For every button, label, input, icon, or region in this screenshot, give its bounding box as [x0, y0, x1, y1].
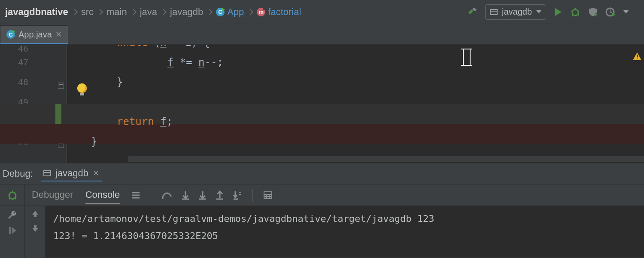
- debug-session-tab[interactable]: javagdb ✕: [41, 166, 102, 181]
- run-dropdown-icon[interactable]: [623, 10, 629, 13]
- breadcrumb-method[interactable]: m factorial: [254, 6, 304, 18]
- svg-line-8: [577, 14, 579, 15]
- run-button[interactable]: [554, 7, 562, 17]
- debug-title: Debug:: [3, 168, 33, 179]
- line-number[interactable]: 47: [0, 52, 55, 72]
- svg-rect-0: [472, 7, 477, 12]
- breadcrumb: javagdbnative src main java javagdb C Ap…: [3, 6, 467, 18]
- run-to-cursor-icon[interactable]: [233, 190, 242, 200]
- close-icon[interactable]: ✕: [93, 169, 99, 178]
- chevron-right-icon: [161, 8, 166, 16]
- svg-rect-1: [490, 9, 497, 15]
- divider: [252, 189, 253, 202]
- code-line[interactable]: while (n > 1) {: [55, 45, 644, 52]
- debug-restart-button[interactable]: [7, 190, 18, 201]
- code-line[interactable]: f *= n--;: [55, 52, 644, 72]
- svg-line-5: [571, 11, 573, 12]
- step-out-icon[interactable]: [216, 190, 224, 200]
- debug-button[interactable]: [570, 7, 580, 17]
- debug-tool-window-header: Debug: javagdb ✕: [0, 163, 644, 184]
- class-icon: C: [6, 30, 15, 39]
- divider: [151, 189, 151, 202]
- step-over-icon[interactable]: [161, 190, 173, 200]
- line-number[interactable]: 46: [0, 45, 55, 52]
- svg-line-7: [572, 14, 573, 15]
- svg-line-18: [9, 198, 10, 199]
- settings-wrench-icon[interactable]: [7, 209, 18, 220]
- build-hammer-icon[interactable]: [467, 7, 477, 17]
- console-line: 123! = 1.2146304367025332E205: [53, 227, 636, 245]
- tab-console[interactable]: Console: [85, 187, 120, 204]
- breadcrumb-main[interactable]: main: [104, 6, 130, 18]
- chevron-right-icon: [131, 8, 136, 16]
- console-line: /home/artamonov/test/graalvm-demos/javag…: [53, 210, 636, 227]
- code-area[interactable]: while (n > 1) { f *= n--; } return f; }: [55, 45, 644, 163]
- debug-session-name: javagdb: [55, 168, 88, 179]
- chevron-right-icon: [98, 8, 102, 16]
- code-line[interactable]: [55, 92, 644, 112]
- editor-tabs: C App.java ✕: [0, 24, 644, 44]
- breadcrumb-class[interactable]: C App: [213, 6, 246, 18]
- code-line[interactable]: }: [55, 72, 644, 92]
- console-output[interactable]: /home/artamonov/test/graalvm-demos/javag…: [46, 206, 644, 258]
- breadcrumb-package[interactable]: javagdb: [167, 6, 206, 18]
- breadcrumb-src[interactable]: src: [79, 6, 96, 18]
- run-config-name: javagdb: [502, 7, 532, 17]
- close-icon[interactable]: ✕: [55, 30, 62, 39]
- svg-line-6: [578, 11, 579, 12]
- svg-rect-39: [9, 227, 11, 234]
- method-icon: m: [257, 8, 265, 16]
- evaluate-expression-icon[interactable]: [263, 191, 273, 200]
- warning-icon[interactable]: [633, 52, 641, 60]
- svg-line-19: [15, 198, 16, 199]
- svg-line-17: [15, 194, 16, 195]
- chevron-right-icon: [248, 8, 252, 16]
- application-icon: [490, 8, 498, 16]
- file-tab-label: App.java: [18, 30, 52, 40]
- svg-rect-34: [264, 192, 272, 199]
- code-editor[interactable]: 46 47 48 49 50 51 while (n > 1) { f *= n…: [0, 44, 644, 163]
- application-icon: [43, 169, 51, 177]
- chevron-down-icon: [536, 10, 541, 13]
- file-tab-app-java[interactable]: C App.java ✕: [0, 25, 68, 44]
- tab-debugger[interactable]: Debugger: [32, 187, 73, 204]
- run-config-selector[interactable]: javagdb: [485, 4, 546, 20]
- chevron-right-icon: [207, 8, 212, 16]
- svg-line-11: [610, 12, 612, 13]
- class-icon: C: [216, 8, 225, 16]
- chevron-right-icon: [73, 8, 77, 16]
- resume-program-icon[interactable]: [8, 226, 17, 235]
- force-step-into-icon[interactable]: [198, 190, 207, 200]
- code-line[interactable]: return f;: [55, 112, 644, 132]
- svg-rect-12: [44, 171, 51, 176]
- down-arrow-icon[interactable]: [31, 224, 39, 233]
- coverage-button[interactable]: [588, 7, 598, 17]
- code-line[interactable]: }: [55, 132, 644, 151]
- step-into-icon[interactable]: [181, 190, 190, 200]
- horizontal-scrollbar[interactable]: [128, 156, 644, 162]
- up-arrow-icon[interactable]: [31, 209, 39, 218]
- line-number[interactable]: 48: [0, 72, 55, 92]
- profile-button[interactable]: [605, 7, 616, 17]
- breadcrumb-project[interactable]: javagdbnative: [3, 6, 71, 18]
- svg-line-16: [9, 194, 10, 195]
- text-cursor-icon: [463, 49, 471, 65]
- threads-icon[interactable]: [131, 191, 140, 199]
- breadcrumb-java[interactable]: java: [137, 6, 160, 18]
